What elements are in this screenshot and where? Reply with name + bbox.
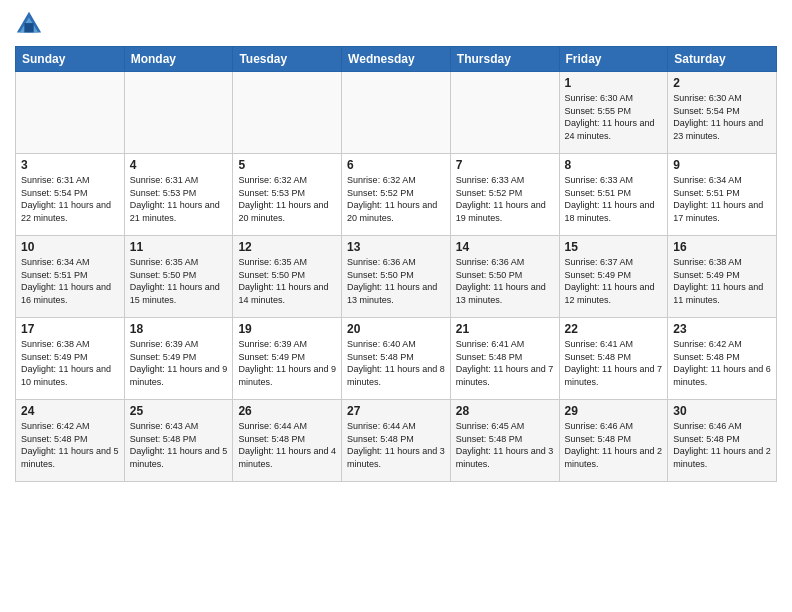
weekday-header: Tuesday [233,47,342,72]
logo [15,10,47,38]
day-number: 30 [673,404,771,418]
calendar-day: 26Sunrise: 6:44 AM Sunset: 5:48 PM Dayli… [233,400,342,482]
weekday-header: Friday [559,47,668,72]
calendar-day: 27Sunrise: 6:44 AM Sunset: 5:48 PM Dayli… [342,400,451,482]
weekday-header: Sunday [16,47,125,72]
day-info: Sunrise: 6:41 AM Sunset: 5:48 PM Dayligh… [565,338,663,388]
day-number: 13 [347,240,445,254]
day-info: Sunrise: 6:32 AM Sunset: 5:53 PM Dayligh… [238,174,336,224]
header [15,10,777,38]
day-number: 6 [347,158,445,172]
day-number: 23 [673,322,771,336]
calendar-day [342,72,451,154]
weekday-header: Monday [124,47,233,72]
calendar-day: 22Sunrise: 6:41 AM Sunset: 5:48 PM Dayli… [559,318,668,400]
calendar-day [16,72,125,154]
day-info: Sunrise: 6:30 AM Sunset: 5:55 PM Dayligh… [565,92,663,142]
calendar-day: 28Sunrise: 6:45 AM Sunset: 5:48 PM Dayli… [450,400,559,482]
calendar-day: 6Sunrise: 6:32 AM Sunset: 5:52 PM Daylig… [342,154,451,236]
calendar-week: 10Sunrise: 6:34 AM Sunset: 5:51 PM Dayli… [16,236,777,318]
day-info: Sunrise: 6:44 AM Sunset: 5:48 PM Dayligh… [347,420,445,470]
calendar-day: 29Sunrise: 6:46 AM Sunset: 5:48 PM Dayli… [559,400,668,482]
day-info: Sunrise: 6:36 AM Sunset: 5:50 PM Dayligh… [347,256,445,306]
day-number: 28 [456,404,554,418]
day-number: 15 [565,240,663,254]
day-number: 5 [238,158,336,172]
day-info: Sunrise: 6:33 AM Sunset: 5:51 PM Dayligh… [565,174,663,224]
day-number: 14 [456,240,554,254]
day-number: 9 [673,158,771,172]
calendar-day: 3Sunrise: 6:31 AM Sunset: 5:54 PM Daylig… [16,154,125,236]
day-number: 20 [347,322,445,336]
day-number: 11 [130,240,228,254]
logo-icon [15,10,43,38]
day-number: 26 [238,404,336,418]
day-info: Sunrise: 6:40 AM Sunset: 5:48 PM Dayligh… [347,338,445,388]
calendar-day: 5Sunrise: 6:32 AM Sunset: 5:53 PM Daylig… [233,154,342,236]
day-info: Sunrise: 6:33 AM Sunset: 5:52 PM Dayligh… [456,174,554,224]
calendar-day: 17Sunrise: 6:38 AM Sunset: 5:49 PM Dayli… [16,318,125,400]
calendar-day: 15Sunrise: 6:37 AM Sunset: 5:49 PM Dayli… [559,236,668,318]
calendar-day: 2Sunrise: 6:30 AM Sunset: 5:54 PM Daylig… [668,72,777,154]
calendar-day: 18Sunrise: 6:39 AM Sunset: 5:49 PM Dayli… [124,318,233,400]
day-info: Sunrise: 6:41 AM Sunset: 5:48 PM Dayligh… [456,338,554,388]
calendar-week: 24Sunrise: 6:42 AM Sunset: 5:48 PM Dayli… [16,400,777,482]
calendar-day: 4Sunrise: 6:31 AM Sunset: 5:53 PM Daylig… [124,154,233,236]
day-number: 24 [21,404,119,418]
calendar-day: 19Sunrise: 6:39 AM Sunset: 5:49 PM Dayli… [233,318,342,400]
day-number: 2 [673,76,771,90]
day-number: 22 [565,322,663,336]
day-info: Sunrise: 6:34 AM Sunset: 5:51 PM Dayligh… [21,256,119,306]
day-info: Sunrise: 6:31 AM Sunset: 5:54 PM Dayligh… [21,174,119,224]
calendar-table: SundayMondayTuesdayWednesdayThursdayFrid… [15,46,777,482]
day-info: Sunrise: 6:38 AM Sunset: 5:49 PM Dayligh… [673,256,771,306]
day-info: Sunrise: 6:32 AM Sunset: 5:52 PM Dayligh… [347,174,445,224]
calendar-day: 24Sunrise: 6:42 AM Sunset: 5:48 PM Dayli… [16,400,125,482]
day-number: 25 [130,404,228,418]
calendar-day [124,72,233,154]
calendar-week: 3Sunrise: 6:31 AM Sunset: 5:54 PM Daylig… [16,154,777,236]
calendar-day: 30Sunrise: 6:46 AM Sunset: 5:48 PM Dayli… [668,400,777,482]
day-number: 1 [565,76,663,90]
calendar-day: 16Sunrise: 6:38 AM Sunset: 5:49 PM Dayli… [668,236,777,318]
day-info: Sunrise: 6:43 AM Sunset: 5:48 PM Dayligh… [130,420,228,470]
day-info: Sunrise: 6:42 AM Sunset: 5:48 PM Dayligh… [21,420,119,470]
weekday-header: Saturday [668,47,777,72]
day-info: Sunrise: 6:45 AM Sunset: 5:48 PM Dayligh… [456,420,554,470]
day-info: Sunrise: 6:42 AM Sunset: 5:48 PM Dayligh… [673,338,771,388]
calendar-day: 9Sunrise: 6:34 AM Sunset: 5:51 PM Daylig… [668,154,777,236]
calendar-day: 20Sunrise: 6:40 AM Sunset: 5:48 PM Dayli… [342,318,451,400]
calendar-day: 1Sunrise: 6:30 AM Sunset: 5:55 PM Daylig… [559,72,668,154]
weekday-header: Thursday [450,47,559,72]
day-number: 12 [238,240,336,254]
day-number: 29 [565,404,663,418]
calendar-body: 1Sunrise: 6:30 AM Sunset: 5:55 PM Daylig… [16,72,777,482]
page-container: SundayMondayTuesdayWednesdayThursdayFrid… [0,0,792,492]
day-number: 27 [347,404,445,418]
calendar-day: 7Sunrise: 6:33 AM Sunset: 5:52 PM Daylig… [450,154,559,236]
calendar-day: 10Sunrise: 6:34 AM Sunset: 5:51 PM Dayli… [16,236,125,318]
calendar-day: 23Sunrise: 6:42 AM Sunset: 5:48 PM Dayli… [668,318,777,400]
day-number: 18 [130,322,228,336]
weekday-header: Wednesday [342,47,451,72]
calendar-day [450,72,559,154]
day-info: Sunrise: 6:38 AM Sunset: 5:49 PM Dayligh… [21,338,119,388]
calendar-day: 13Sunrise: 6:36 AM Sunset: 5:50 PM Dayli… [342,236,451,318]
svg-rect-2 [24,23,33,32]
day-info: Sunrise: 6:36 AM Sunset: 5:50 PM Dayligh… [456,256,554,306]
day-number: 8 [565,158,663,172]
calendar-day: 8Sunrise: 6:33 AM Sunset: 5:51 PM Daylig… [559,154,668,236]
day-info: Sunrise: 6:37 AM Sunset: 5:49 PM Dayligh… [565,256,663,306]
day-number: 4 [130,158,228,172]
day-number: 10 [21,240,119,254]
calendar-week: 1Sunrise: 6:30 AM Sunset: 5:55 PM Daylig… [16,72,777,154]
day-info: Sunrise: 6:46 AM Sunset: 5:48 PM Dayligh… [673,420,771,470]
calendar-day: 14Sunrise: 6:36 AM Sunset: 5:50 PM Dayli… [450,236,559,318]
day-info: Sunrise: 6:34 AM Sunset: 5:51 PM Dayligh… [673,174,771,224]
calendar-day [233,72,342,154]
day-info: Sunrise: 6:35 AM Sunset: 5:50 PM Dayligh… [130,256,228,306]
day-info: Sunrise: 6:31 AM Sunset: 5:53 PM Dayligh… [130,174,228,224]
day-info: Sunrise: 6:44 AM Sunset: 5:48 PM Dayligh… [238,420,336,470]
day-info: Sunrise: 6:30 AM Sunset: 5:54 PM Dayligh… [673,92,771,142]
day-number: 7 [456,158,554,172]
